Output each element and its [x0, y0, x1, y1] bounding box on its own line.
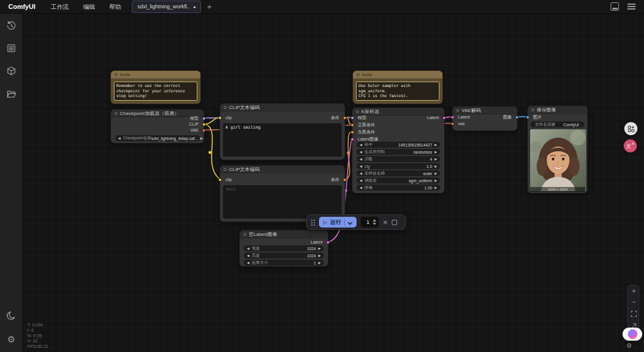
clip-encode-negative-node[interactable]: CLIP文本编码 clip 条件 text	[219, 165, 345, 222]
collapse-dot[interactable]	[531, 108, 534, 111]
collapse-dot[interactable]	[224, 106, 227, 109]
run-options-chevron-icon[interactable]	[348, 217, 352, 228]
collapse-dot[interactable]	[356, 110, 359, 113]
note-node-right[interactable]: Note Use Euler sampler with sgm_uniform.…	[352, 70, 443, 104]
translate-button[interactable]: 文 A	[624, 139, 637, 152]
extension-settings-gear-icon[interactable]: ⚙	[626, 342, 632, 350]
workflows-folder-icon[interactable]	[6, 89, 17, 99]
steps-widget[interactable]: ◀ 步数 4 ▶	[357, 156, 440, 162]
prev-arrow[interactable]: ◀	[247, 260, 249, 266]
scheduler-widget[interactable]: ◀ 调度器 sgm_uniform ▶	[357, 177, 440, 183]
count-decrement[interactable]	[373, 223, 376, 225]
note-text[interactable]: Remember to use the correct checkpoint f…	[114, 82, 197, 101]
prompt-textarea[interactable]: A girl smiling	[223, 123, 342, 157]
clear-queue-button[interactable]: ✕	[383, 219, 388, 226]
node-templates-button[interactable]	[624, 122, 637, 135]
workflow-tab[interactable]: sdxl_lightning_workfl... ●	[132, 1, 201, 13]
prev-arrow[interactable]: ◀	[118, 135, 120, 141]
collapse-dot[interactable]	[456, 109, 459, 112]
checkpoint-loader-node[interactable]: Checkpoint加载器（简易） 模型 CLIP VAE ◀ Checkpoi…	[110, 109, 205, 144]
negative-input-port[interactable]	[351, 130, 354, 134]
queue-icon[interactable]	[6, 43, 17, 54]
sampler-name-widget[interactable]: ◀ 采样器名称 euler ▶	[357, 170, 440, 176]
positive-input-port[interactable]	[351, 123, 354, 127]
seed-widget[interactable]: ◀ 种子 145130615614427 ▶	[357, 142, 440, 148]
next-arrow[interactable]: ▶	[435, 185, 437, 191]
next-arrow[interactable]: ▶	[435, 142, 437, 148]
menu-workflow[interactable]: 工作流	[44, 0, 76, 14]
checkpoint-name-widget[interactable]: ◀ Checkpoint名称 sdxl_lightning_4step.saf.…	[115, 135, 200, 141]
menu-help[interactable]: 帮助	[102, 0, 128, 14]
settings-gear-icon[interactable]: ⚙	[6, 334, 17, 345]
stop-button[interactable]	[392, 220, 397, 225]
prev-arrow[interactable]: ◀	[360, 177, 362, 183]
fit-view-button[interactable]	[628, 309, 640, 319]
prev-arrow[interactable]: ◀	[360, 156, 362, 162]
prev-arrow[interactable]: ◀	[360, 142, 362, 148]
node-header[interactable]: 空Latent图像	[240, 230, 328, 238]
width-widget[interactable]: ◀ 宽度 1024 ▶	[244, 245, 324, 251]
next-arrow[interactable]: ▶	[435, 149, 437, 155]
zoom-in-button[interactable]: +	[628, 286, 640, 296]
node-header[interactable]: CLIP文本编码	[220, 166, 345, 173]
toolbar-drag-handle[interactable]	[311, 219, 315, 226]
run-button[interactable]: ▷ 运行	[319, 217, 357, 228]
latent-input-port[interactable]	[351, 138, 354, 141]
next-arrow[interactable]: ▶	[200, 135, 203, 141]
clip-input-port[interactable]	[218, 116, 222, 120]
note-node-header[interactable]: Note	[353, 71, 442, 79]
filename-prefix-widget[interactable]: 文件名前缀 ComfyUI	[531, 122, 584, 127]
app-logo[interactable]: ComfyUI	[8, 3, 35, 10]
vae-output-port[interactable]	[202, 129, 206, 132]
batch-count-input[interactable]: 1	[361, 217, 379, 228]
new-workflow-button[interactable]: +	[207, 2, 212, 11]
prompt-textarea[interactable]: text	[223, 185, 342, 219]
comfyui-canvas[interactable]: Note Remember to use the correct checkpo…	[0, 0, 644, 352]
history-icon[interactable]	[6, 20, 17, 31]
next-arrow[interactable]: ▶	[435, 156, 437, 162]
empty-latent-node[interactable]: 空Latent图像 Latent ◀ 宽度 1024 ▶ ◀ 高度 1024 ▶…	[239, 230, 329, 267]
collapse-dot[interactable]	[243, 233, 246, 236]
model-output-port[interactable]	[202, 117, 206, 120]
prev-arrow[interactable]: ◀	[247, 253, 249, 258]
node-header[interactable]: VAE解码	[453, 107, 517, 114]
conditioning-output-port[interactable]	[343, 178, 346, 182]
vae-decode-node[interactable]: VAE解码 Latent vae 图像	[452, 106, 518, 131]
image-input-port[interactable]	[526, 116, 530, 119]
collapse-dot[interactable]	[114, 73, 117, 76]
collapse-dot[interactable]	[224, 168, 227, 171]
prev-arrow[interactable]: ◀	[247, 245, 249, 251]
bottom-panel-toggle-icon[interactable]	[611, 2, 619, 11]
prev-arrow[interactable]: ◀	[360, 149, 362, 155]
theme-moon-icon[interactable]	[6, 310, 17, 321]
model-library-icon[interactable]	[6, 66, 17, 76]
note-node-left[interactable]: Note Remember to use the correct checkpo…	[110, 70, 201, 104]
count-increment[interactable]	[373, 219, 376, 222]
prev-arrow[interactable]: ◀	[360, 170, 362, 176]
collapse-dot[interactable]	[114, 112, 117, 115]
next-arrow[interactable]: ▶	[318, 245, 321, 251]
latent-input-port[interactable]	[451, 116, 454, 119]
prev-arrow[interactable]: ◀	[360, 163, 362, 169]
note-node-header[interactable]: Note	[111, 71, 200, 79]
node-header[interactable]: 保存图像	[528, 106, 587, 114]
denoise-widget[interactable]: ◀ 降噪 1.00 ▶	[357, 185, 440, 191]
next-arrow[interactable]: ▶	[435, 163, 437, 169]
note-text[interactable]: Use Euler sampler with sgm_uniform. CFG …	[356, 82, 439, 101]
extension-pill-button[interactable]	[623, 328, 642, 341]
next-arrow[interactable]: ▶	[318, 260, 321, 266]
next-arrow[interactable]: ▶	[435, 170, 437, 176]
clip-output-port[interactable]	[202, 123, 206, 126]
batch-size-widget[interactable]: ◀ 批量大小 1 ▶	[244, 260, 324, 266]
conditioning-output-port[interactable]	[343, 116, 346, 120]
zoom-out-button[interactable]: −	[628, 297, 640, 307]
save-image-node[interactable]: 保存图像 图片 文件名前缀 ComfyUI	[527, 105, 588, 194]
menu-edit[interactable]: 编辑	[76, 0, 102, 14]
prev-arrow[interactable]: ◀	[360, 185, 362, 191]
vae-input-port[interactable]	[451, 122, 454, 126]
height-widget[interactable]: ◀ 高度 1024 ▶	[244, 253, 324, 258]
control-after-generate-widget[interactable]: ◀ 生成后控制 randomize ▶	[357, 149, 440, 155]
latent-output-port[interactable]	[326, 241, 330, 244]
model-input-port[interactable]	[351, 116, 354, 120]
next-arrow[interactable]: ▶	[435, 177, 437, 183]
